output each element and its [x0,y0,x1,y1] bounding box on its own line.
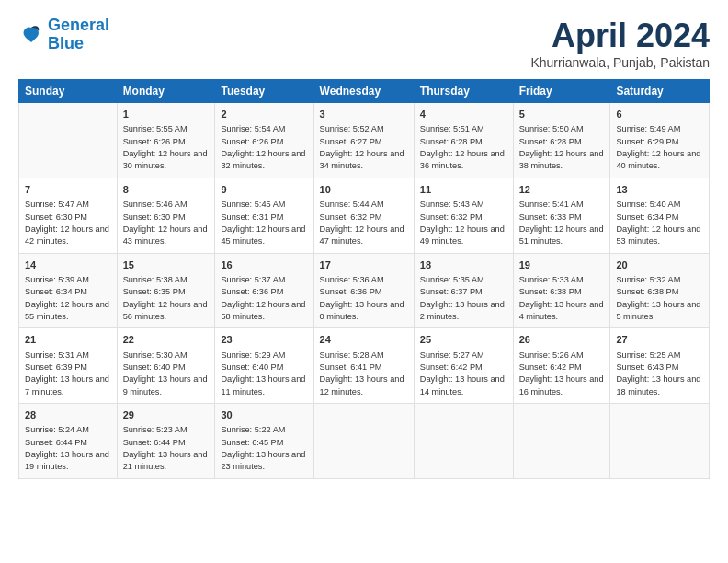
day-info: Sunrise: 5:43 AM Sunset: 6:32 PM Dayligh… [420,199,507,247]
calendar-cell: 27Sunrise: 5:25 AM Sunset: 6:43 PM Dayli… [610,328,710,404]
day-info: Sunrise: 5:23 AM Sunset: 6:44 PM Dayligh… [123,424,210,473]
day-number: 25 [420,333,507,347]
day-info: Sunrise: 5:26 AM Sunset: 6:42 PM Dayligh… [519,350,605,398]
title-block: April 2024 Khurrianwala, Punjab, Pakista… [530,17,710,70]
calendar-cell: 7Sunrise: 5:47 AM Sunset: 6:30 PM Daylig… [19,178,118,253]
calendar-cell: 4Sunrise: 5:51 AM Sunset: 6:28 PM Daylig… [414,103,513,178]
calendar-cell: 19Sunrise: 5:33 AM Sunset: 6:38 PM Dayli… [513,253,610,328]
calendar-cell: 17Sunrise: 5:36 AM Sunset: 6:36 PM Dayli… [313,253,414,328]
day-number: 21 [25,333,111,347]
day-info: Sunrise: 5:30 AM Sunset: 6:40 PM Dayligh… [123,350,210,398]
day-number: 2 [221,108,307,121]
day-info: Sunrise: 5:51 AM Sunset: 6:28 PM Dayligh… [420,123,507,172]
calendar-cell: 14Sunrise: 5:39 AM Sunset: 6:34 PM Dayli… [19,253,118,328]
calendar-cell: 28Sunrise: 5:24 AM Sunset: 6:44 PM Dayli… [19,404,118,479]
col-header-wednesday: Wednesday [313,80,414,103]
week-row-3: 14Sunrise: 5:39 AM Sunset: 6:34 PM Dayli… [19,253,710,328]
day-info: Sunrise: 5:55 AM Sunset: 6:26 PM Dayligh… [123,123,210,172]
day-info: Sunrise: 5:25 AM Sunset: 6:43 PM Dayligh… [616,350,703,398]
day-info: Sunrise: 5:36 AM Sunset: 6:36 PM Dayligh… [320,274,408,323]
calendar-cell: 16Sunrise: 5:37 AM Sunset: 6:36 PM Dayli… [215,253,313,328]
day-info: Sunrise: 5:27 AM Sunset: 6:42 PM Dayligh… [420,350,507,398]
day-info: Sunrise: 5:32 AM Sunset: 6:38 PM Dayligh… [616,274,703,323]
calendar-table: SundayMondayTuesdayWednesdayThursdayFrid… [18,79,710,479]
page: GeneralBlue April 2024 Khurrianwala, Pun… [0,0,728,563]
day-number: 12 [519,183,605,197]
calendar-cell: 11Sunrise: 5:43 AM Sunset: 6:32 PM Dayli… [414,178,513,253]
day-info: Sunrise: 5:35 AM Sunset: 6:37 PM Dayligh… [420,274,507,323]
calendar-cell: 30Sunrise: 5:22 AM Sunset: 6:45 PM Dayli… [215,404,313,479]
col-header-saturday: Saturday [610,80,710,103]
day-number: 3 [320,108,408,121]
calendar-cell [610,404,710,479]
calendar-cell: 23Sunrise: 5:29 AM Sunset: 6:40 PM Dayli… [215,328,313,404]
logo: GeneralBlue [18,17,109,53]
calendar-cell [313,404,414,479]
col-header-friday: Friday [513,80,610,103]
calendar-cell: 9Sunrise: 5:45 AM Sunset: 6:31 PM Daylig… [215,178,313,253]
logo-bird-icon [18,22,44,48]
day-number: 28 [25,408,111,422]
week-row-4: 21Sunrise: 5:31 AM Sunset: 6:39 PM Dayli… [19,328,710,404]
col-header-sunday: Sunday [19,80,118,103]
day-info: Sunrise: 5:44 AM Sunset: 6:32 PM Dayligh… [320,199,408,247]
calendar-cell: 26Sunrise: 5:26 AM Sunset: 6:42 PM Dayli… [513,328,610,404]
week-row-1: 1Sunrise: 5:55 AM Sunset: 6:26 PM Daylig… [19,103,710,178]
calendar-cell: 22Sunrise: 5:30 AM Sunset: 6:40 PM Dayli… [117,328,215,404]
day-info: Sunrise: 5:29 AM Sunset: 6:40 PM Dayligh… [221,350,307,398]
col-header-tuesday: Tuesday [215,80,313,103]
day-info: Sunrise: 5:40 AM Sunset: 6:34 PM Dayligh… [616,199,703,247]
logo-text: GeneralBlue [48,17,109,53]
calendar-cell: 21Sunrise: 5:31 AM Sunset: 6:39 PM Dayli… [19,328,118,404]
header-row: SundayMondayTuesdayWednesdayThursdayFrid… [19,80,710,103]
day-number: 5 [519,108,605,121]
calendar-cell: 1Sunrise: 5:55 AM Sunset: 6:26 PM Daylig… [117,103,215,178]
day-number: 19 [519,259,605,272]
header: GeneralBlue April 2024 Khurrianwala, Pun… [18,17,710,70]
day-number: 14 [25,259,111,272]
calendar-cell [513,404,610,479]
day-info: Sunrise: 5:28 AM Sunset: 6:41 PM Dayligh… [320,350,408,398]
day-number: 4 [420,108,507,121]
day-number: 11 [420,183,507,197]
day-number: 20 [616,259,703,272]
day-number: 15 [123,259,210,272]
day-info: Sunrise: 5:38 AM Sunset: 6:35 PM Dayligh… [123,274,210,323]
calendar-cell: 13Sunrise: 5:40 AM Sunset: 6:34 PM Dayli… [610,178,710,253]
calendar-cell: 15Sunrise: 5:38 AM Sunset: 6:35 PM Dayli… [117,253,215,328]
location-subtitle: Khurrianwala, Punjab, Pakistan [530,55,710,70]
day-info: Sunrise: 5:50 AM Sunset: 6:28 PM Dayligh… [519,123,605,172]
day-info: Sunrise: 5:49 AM Sunset: 6:29 PM Dayligh… [616,123,703,172]
calendar-cell: 20Sunrise: 5:32 AM Sunset: 6:38 PM Dayli… [610,253,710,328]
calendar-cell: 2Sunrise: 5:54 AM Sunset: 6:26 PM Daylig… [215,103,313,178]
day-number: 27 [616,333,703,347]
calendar-cell: 5Sunrise: 5:50 AM Sunset: 6:28 PM Daylig… [513,103,610,178]
day-info: Sunrise: 5:52 AM Sunset: 6:27 PM Dayligh… [320,123,408,172]
day-info: Sunrise: 5:41 AM Sunset: 6:33 PM Dayligh… [519,199,605,247]
col-header-monday: Monday [117,80,215,103]
day-info: Sunrise: 5:31 AM Sunset: 6:39 PM Dayligh… [25,350,111,398]
calendar-cell [19,103,118,178]
day-info: Sunrise: 5:45 AM Sunset: 6:31 PM Dayligh… [221,199,307,247]
col-header-thursday: Thursday [414,80,513,103]
week-row-5: 28Sunrise: 5:24 AM Sunset: 6:44 PM Dayli… [19,404,710,479]
calendar-cell: 10Sunrise: 5:44 AM Sunset: 6:32 PM Dayli… [313,178,414,253]
day-number: 6 [616,108,703,121]
day-number: 30 [221,408,307,422]
calendar-cell: 6Sunrise: 5:49 AM Sunset: 6:29 PM Daylig… [610,103,710,178]
day-number: 10 [320,183,408,197]
day-info: Sunrise: 5:47 AM Sunset: 6:30 PM Dayligh… [25,199,111,247]
day-info: Sunrise: 5:37 AM Sunset: 6:36 PM Dayligh… [221,274,307,323]
day-number: 1 [123,108,210,121]
calendar-cell: 25Sunrise: 5:27 AM Sunset: 6:42 PM Dayli… [414,328,513,404]
day-number: 26 [519,333,605,347]
week-row-2: 7Sunrise: 5:47 AM Sunset: 6:30 PM Daylig… [19,178,710,253]
calendar-cell: 29Sunrise: 5:23 AM Sunset: 6:44 PM Dayli… [117,404,215,479]
day-number: 8 [123,183,210,197]
day-number: 17 [320,259,408,272]
calendar-cell: 3Sunrise: 5:52 AM Sunset: 6:27 PM Daylig… [313,103,414,178]
day-info: Sunrise: 5:54 AM Sunset: 6:26 PM Dayligh… [221,123,307,172]
day-info: Sunrise: 5:24 AM Sunset: 6:44 PM Dayligh… [25,424,111,473]
day-number: 29 [123,408,210,422]
day-number: 24 [320,333,408,347]
